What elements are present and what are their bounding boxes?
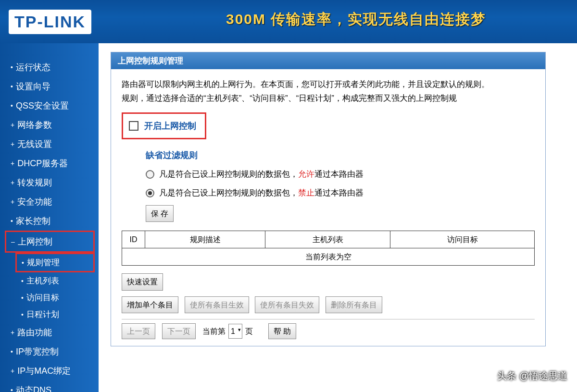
nav-sub-schedule[interactable]: •日程计划 bbox=[19, 306, 95, 323]
pager: 上一页 下一页 当前第 1 页 帮 助 bbox=[122, 319, 535, 339]
rule-allow-row[interactable]: 凡是符合已设上网控制规则的数据包，允许通过本路由器 bbox=[146, 168, 535, 182]
table-empty: 当前列表为空 bbox=[122, 248, 535, 266]
th-id: ID bbox=[122, 231, 145, 248]
app-header: TP-LINK 300M 传输速率，实现无线自由连接梦 bbox=[0, 0, 577, 43]
nav-parental[interactable]: •家长控制 bbox=[9, 211, 95, 231]
main-content: 上网控制规则管理 路由器可以限制内网主机的上网行为。在本页面，您可以打开或者关闭… bbox=[99, 43, 577, 392]
sidebar: •运行状态 •设置向导 •QSS安全设置 +网络参数 +无线设置 +DHCP服务… bbox=[0, 43, 99, 392]
th-host: 主机列表 bbox=[265, 231, 390, 248]
intro-text: 路由器可以限制内网主机的上网行为。在本页面，您可以打开或者关闭此功能，并且设定默… bbox=[122, 78, 535, 106]
default-rule-title: 缺省过滤规则 bbox=[146, 148, 535, 163]
enable-all-button[interactable]: 使所有条目生效 bbox=[185, 296, 249, 313]
plus-icon: + bbox=[11, 179, 14, 186]
bullet-icon: • bbox=[11, 63, 13, 71]
nav-sub-target[interactable]: •访问目标 bbox=[19, 289, 95, 306]
panel: 上网控制规则管理 路由器可以限制内网主机的上网行为。在本页面，您可以打开或者关闭… bbox=[111, 52, 546, 346]
plus-icon: + bbox=[11, 121, 14, 129]
plus-icon: + bbox=[11, 198, 14, 206]
th-desc: 规则描述 bbox=[145, 231, 265, 248]
logo-text: TP-LINK bbox=[14, 12, 86, 31]
help-button[interactable]: 帮 助 bbox=[268, 323, 296, 339]
nav-bandwidth[interactable]: •IP带宽控制 bbox=[9, 342, 95, 361]
nav-wireless[interactable]: +无线设置 bbox=[9, 135, 95, 154]
nav-ddns[interactable]: •动态DNS bbox=[9, 380, 95, 392]
bullet-icon: • bbox=[22, 259, 24, 267]
rule-deny-row[interactable]: 凡是符合已设上网控制规则的数据包，禁止通过本路由器 bbox=[146, 186, 535, 200]
plus-icon: + bbox=[11, 159, 14, 167]
nav-wizard[interactable]: •设置向导 bbox=[9, 77, 95, 96]
disable-all-button[interactable]: 使所有条目失效 bbox=[255, 296, 319, 313]
watermark: 头条 @悟途思道 bbox=[497, 369, 567, 382]
add-single-button[interactable]: 增加单个条目 bbox=[122, 296, 178, 313]
nav-network[interactable]: +网络参数 bbox=[9, 115, 95, 135]
nav-forward[interactable]: +转发规则 bbox=[9, 173, 95, 192]
enable-box: 开启上网控制 bbox=[122, 112, 206, 140]
quick-setup-button[interactable]: 快速设置 bbox=[122, 273, 163, 290]
next-page-button[interactable]: 下一页 bbox=[162, 323, 196, 339]
bullet-icon: • bbox=[11, 386, 13, 392]
enable-label: 开启上网控制 bbox=[144, 119, 196, 134]
nav-sub-host-list[interactable]: •主机列表 bbox=[19, 272, 95, 289]
bullet-icon: • bbox=[21, 277, 24, 285]
bullet-icon: • bbox=[21, 294, 24, 302]
plus-icon: + bbox=[11, 140, 14, 148]
plus-icon: + bbox=[11, 329, 14, 336]
rules-table: ID 规则描述 主机列表 访问目标 当前列表为空 bbox=[122, 231, 535, 266]
nav-routing[interactable]: +路由功能 bbox=[9, 323, 95, 342]
nav-dhcp[interactable]: +DHCP服务器 bbox=[9, 154, 95, 173]
bullet-icon: • bbox=[11, 102, 13, 110]
radio-allow[interactable] bbox=[146, 170, 154, 179]
banner-text: 300M 传输速率，实现无线自由连接梦 bbox=[226, 10, 486, 29]
nav-status[interactable]: •运行状态 bbox=[9, 58, 95, 77]
nav-qss[interactable]: •QSS安全设置 bbox=[9, 96, 95, 115]
th-target: 访问目标 bbox=[390, 231, 535, 248]
radio-deny[interactable] bbox=[146, 189, 154, 197]
page-select[interactable]: 1 bbox=[228, 324, 242, 339]
nav-ipmac[interactable]: +IP与MAC绑定 bbox=[9, 361, 95, 380]
delete-all-button[interactable]: 删除所有条目 bbox=[326, 296, 382, 313]
pager-prefix: 当前第 bbox=[202, 325, 226, 338]
bullet-icon: • bbox=[21, 311, 24, 318]
nav-security[interactable]: +安全功能 bbox=[9, 192, 95, 211]
save-button[interactable]: 保 存 bbox=[146, 205, 174, 222]
bullet-icon: • bbox=[11, 83, 13, 90]
bullet-icon: • bbox=[11, 217, 13, 225]
minus-icon: – bbox=[11, 238, 15, 245]
nav-sub-rule-mgmt[interactable]: •规则管理 bbox=[15, 253, 95, 272]
nav-access-control[interactable]: –上网控制 bbox=[5, 231, 95, 253]
logo: TP-LINK bbox=[9, 10, 91, 34]
bullet-icon: • bbox=[11, 348, 13, 355]
enable-checkbox[interactable] bbox=[129, 121, 138, 131]
pager-suffix: 页 bbox=[245, 325, 253, 338]
plus-icon: + bbox=[11, 367, 14, 375]
panel-title: 上网控制规则管理 bbox=[111, 52, 545, 69]
prev-page-button[interactable]: 上一页 bbox=[122, 323, 155, 339]
